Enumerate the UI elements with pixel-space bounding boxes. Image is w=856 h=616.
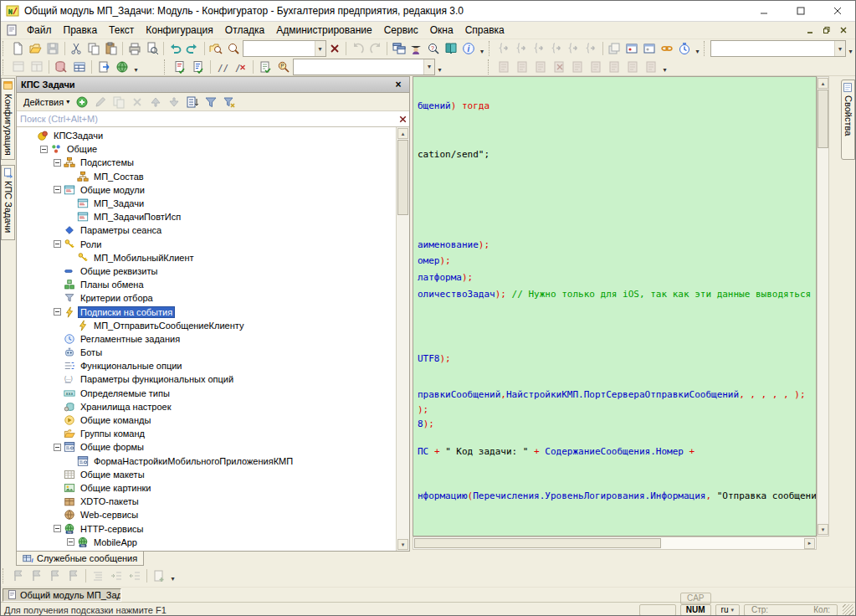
tab-kps-tasks[interactable]: КПС Задачи — [1, 165, 15, 240]
collapse-icon[interactable] — [54, 240, 61, 248]
mdi-minimize-button[interactable] — [803, 24, 817, 36]
db-table-button[interactable] — [71, 59, 88, 75]
scroll-up-icon[interactable]: ▴ — [397, 128, 408, 139]
toolbar-more-button[interactable]: ▾ — [478, 40, 487, 57]
tree-item[interactable]: МП_МобильныйКлиент — [17, 251, 396, 264]
toolbar-more-button[interactable]: ▾ — [168, 567, 177, 584]
maximize-button[interactable] — [788, 2, 813, 20]
toolbar-more-button[interactable]: ▾ — [660, 59, 669, 75]
tree-item[interactable]: (...)Параметры функциональных опций — [17, 372, 396, 386]
open-object-module-button[interactable] — [95, 59, 112, 75]
tree-item[interactable]: xxxОпределяемые типы — [17, 387, 396, 400]
tree-item[interactable]: Функциональные опции — [17, 359, 396, 372]
tree-scrollbar[interactable]: ▴ ▾ — [396, 127, 409, 551]
help-book-button[interactable] — [443, 40, 459, 57]
db-restructure-button[interactable] — [53, 59, 69, 75]
toolbar-grip[interactable] — [164, 59, 167, 74]
find-in-files-button[interactable] — [208, 40, 224, 57]
tab-properties[interactable]: Свойства — [841, 80, 855, 160]
context-input[interactable] — [711, 41, 834, 56]
filter-clear-button[interactable] — [221, 94, 238, 110]
keyboard-language-indicator[interactable]: ru▾ — [715, 604, 740, 616]
code-editor[interactable]: бщений) тогдаcation/send";аименование);о… — [413, 76, 817, 536]
collapse-icon[interactable] — [54, 444, 61, 451]
collapse-icon[interactable] — [40, 146, 48, 153]
tree-item[interactable]: Общие макеты — [17, 468, 396, 481]
syntax-search-button[interactable]: ? — [426, 40, 442, 57]
open-file-button[interactable] — [28, 40, 44, 57]
editor-horizontal-scrollbar[interactable]: ▸ — [413, 536, 817, 550]
toolbar-grip[interactable] — [3, 59, 6, 74]
mdi-system-menu-button[interactable] — [3, 22, 20, 38]
windows-button[interactable] — [391, 40, 407, 57]
info-button[interactable]: i — [461, 40, 477, 57]
minimize-button[interactable] — [751, 2, 777, 20]
procedures-dropdown-button[interactable]: ▾ — [423, 59, 434, 74]
menu-item-1[interactable]: Файл — [21, 23, 58, 38]
breakpoint-disable-button[interactable] — [642, 40, 658, 57]
tree-item[interactable]: Общие модули — [17, 183, 396, 197]
collapse-icon[interactable] — [54, 159, 61, 167]
paste-button[interactable] — [103, 40, 119, 57]
scroll-down-icon[interactable]: ▾ — [397, 539, 408, 550]
tree-item[interactable]: Планы обмена — [17, 278, 396, 291]
tree-item[interactable]: МП_ОтправитьСообщениеКлиенту — [17, 319, 396, 332]
resize-grip[interactable] — [843, 604, 853, 615]
syntax-assistant-button[interactable] — [408, 40, 424, 57]
search-dropdown-button[interactable]: ▾ — [315, 41, 325, 56]
comment-lines-button[interactable]: // — [214, 59, 231, 75]
menu-item-4[interactable]: Конфигурация — [140, 23, 219, 38]
procedures-input[interactable] — [294, 59, 423, 74]
panel-close-button[interactable]: × — [392, 79, 405, 90]
collapse-icon[interactable] — [67, 538, 74, 546]
tree-item[interactable]: КПСЗадачи — [17, 129, 396, 142]
undo-button[interactable] — [167, 40, 183, 57]
clear-search-button[interactable] — [327, 40, 343, 57]
toolbar-more-button[interactable]: ▾ — [435, 59, 444, 75]
print-preview-button[interactable] — [144, 40, 160, 57]
module-check-button[interactable] — [172, 59, 188, 75]
scroll-thumb[interactable] — [397, 140, 408, 215]
procedure-search-button[interactable]: P — [275, 59, 292, 75]
scroll-up-icon[interactable]: ▴ — [818, 78, 828, 89]
redo-button[interactable] — [185, 40, 201, 57]
tree-item[interactable]: Подсистемы — [17, 156, 396, 169]
toolbar-grip[interactable] — [3, 568, 6, 583]
menu-item-3[interactable]: Текст — [103, 23, 140, 38]
close-button[interactable] — [825, 2, 850, 20]
web-client-button[interactable] — [114, 59, 131, 75]
toolbar-more-button[interactable]: ▾ — [131, 59, 141, 75]
tree-item[interactable]: МП_Состав — [17, 170, 396, 183]
copy-button[interactable] — [86, 40, 102, 57]
tree-item[interactable]: Общие реквизиты — [17, 264, 396, 278]
menu-item-8[interactable]: Окна — [424, 23, 459, 38]
print-button[interactable] — [126, 40, 142, 57]
collapse-icon[interactable] — [54, 525, 61, 532]
filter-button[interactable] — [202, 94, 219, 110]
menu-item-5[interactable]: Отладка — [219, 23, 270, 38]
cut-button[interactable] — [69, 40, 85, 57]
add-item-button[interactable] — [74, 94, 90, 110]
toolbar-more-button[interactable]: ▾ — [693, 40, 702, 57]
tree-item[interactable]: httpHTTP-сервисы — [17, 521, 396, 535]
find-button[interactable] — [226, 40, 242, 57]
tree-item[interactable]: ФормаНастройкиМобильногоПриложенияКМП — [17, 454, 396, 468]
search-input[interactable] — [17, 111, 396, 126]
editor-vertical-scrollbar[interactable]: ▴ ▾ — [817, 76, 829, 536]
tree-item[interactable]: МП_ЗадачиПовтИсп — [17, 210, 396, 223]
tree-item[interactable]: Общие формы — [17, 440, 396, 454]
collapse-icon[interactable] — [54, 186, 61, 193]
toolbar-more-button[interactable]: ▾ — [846, 40, 855, 57]
tree-item[interactable]: Хранилища настроек — [17, 400, 396, 413]
scroll-right-icon[interactable]: ▸ — [804, 538, 815, 549]
search-clear-button[interactable] — [396, 111, 409, 126]
uncomment-lines-button[interactable]: / — [233, 59, 249, 75]
tree-item[interactable]: Общие команды — [17, 413, 396, 427]
sort-list-button[interactable] — [184, 94, 201, 110]
scroll-down-icon[interactable]: ▾ — [818, 524, 828, 535]
tree-item[interactable]: Подписки на события — [17, 305, 396, 318]
new-file-button[interactable] — [10, 40, 26, 57]
tree-item[interactable]: httpMobileApp — [17, 536, 396, 549]
context-dropdown-button[interactable]: ▾ — [834, 41, 845, 56]
tree-item[interactable]: XDTO-пакеты — [17, 495, 396, 508]
